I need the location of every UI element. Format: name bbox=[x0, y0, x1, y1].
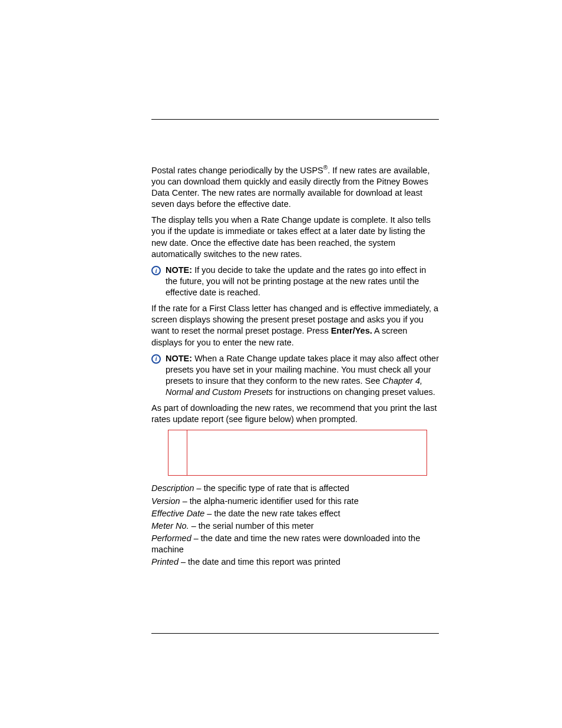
footer-left: SV61983 Rev. G bbox=[151, 640, 209, 648]
report-side: LAST RATES DOWNLOADED bbox=[168, 430, 187, 475]
paragraph: As part of downloading the new rates, we… bbox=[151, 403, 439, 425]
def-text: – the date and time the new rates were d… bbox=[151, 533, 420, 554]
def-text: – the date the new rate takes effect bbox=[204, 509, 340, 518]
paragraph: The display tells you when a Rate Change… bbox=[151, 215, 439, 260]
note-block-2: i NOTE: When a Rate Change update takes … bbox=[151, 353, 439, 398]
report-meter: Meter No.: bbox=[193, 465, 218, 472]
note-label: NOTE: bbox=[166, 265, 192, 275]
divider-bottom bbox=[151, 633, 439, 634]
paragraph: Postal rates change periodically by the … bbox=[151, 164, 439, 210]
note-block-1: i NOTE: If you decide to take the update… bbox=[151, 265, 439, 298]
report-eff-label: Effective date: bbox=[276, 434, 309, 441]
report-printed: Printed: bbox=[280, 465, 298, 472]
definition-list: Description – the specific type of rate … bbox=[151, 483, 439, 568]
report-desc-label: Description: bbox=[193, 434, 222, 441]
def-text: – the alpha-numeric identifier used for … bbox=[180, 496, 359, 506]
def-text: – the specific type of rate that is affe… bbox=[194, 483, 349, 493]
def-label: Description bbox=[151, 483, 194, 493]
divider-top bbox=[151, 119, 439, 120]
def-item: Effective Date – the date the new rate t… bbox=[151, 508, 439, 519]
def-item: Performed – the date and time the new ra… bbox=[151, 533, 439, 555]
def-text: – the serial number of this meter bbox=[189, 521, 314, 531]
def-item: Meter No. – the serial number of this me… bbox=[151, 521, 439, 532]
report-body: Description: Version: Effective date: Me… bbox=[187, 430, 427, 475]
def-label: Printed bbox=[151, 557, 178, 566]
note1-body: If you decide to take the update and the… bbox=[166, 265, 426, 297]
info-icon: i bbox=[151, 354, 161, 364]
chapter-header: 5 • Adding Postage/Connecting to Data Ce… bbox=[219, 100, 438, 112]
report-performed: Performed: bbox=[236, 465, 262, 472]
def-item: Printed – the date and time this report … bbox=[151, 556, 439, 568]
footer-page-number: 5-5 bbox=[428, 640, 439, 648]
def-label: Meter No. bbox=[151, 521, 189, 531]
enter-yes: Enter/Yes. bbox=[331, 326, 372, 335]
main-content: Postal rates change periodically by the … bbox=[151, 164, 439, 569]
note-text: NOTE: If you decide to take the update a… bbox=[166, 265, 439, 298]
report-box: LAST RATES DOWNLOADED Description: Versi… bbox=[168, 430, 427, 476]
def-item: Description – the specific type of rate … bbox=[151, 483, 439, 494]
section-title: Downloads from the Data Center to Your M… bbox=[82, 147, 141, 235]
report-side-label: LAST RATES DOWNLOADED bbox=[171, 430, 185, 475]
def-label: Effective Date bbox=[151, 509, 204, 518]
info-icon: i bbox=[151, 266, 161, 275]
paragraph: If the rate for a First Class letter has… bbox=[151, 303, 439, 348]
def-label: Version bbox=[151, 496, 180, 506]
def-label: Performed bbox=[151, 533, 191, 543]
para1a: Postal rates change periodically by the … bbox=[151, 166, 323, 175]
def-text: – the date and time this report was prin… bbox=[178, 557, 340, 566]
report-ver-label: Version: bbox=[239, 434, 259, 441]
note-text: NOTE: When a Rate Change update takes pl… bbox=[166, 353, 439, 398]
note2-body-b: for instructions on changing preset valu… bbox=[273, 387, 435, 397]
def-item: Version – the alpha-numeric identifier u… bbox=[151, 496, 439, 507]
note-label: NOTE: bbox=[166, 354, 192, 363]
